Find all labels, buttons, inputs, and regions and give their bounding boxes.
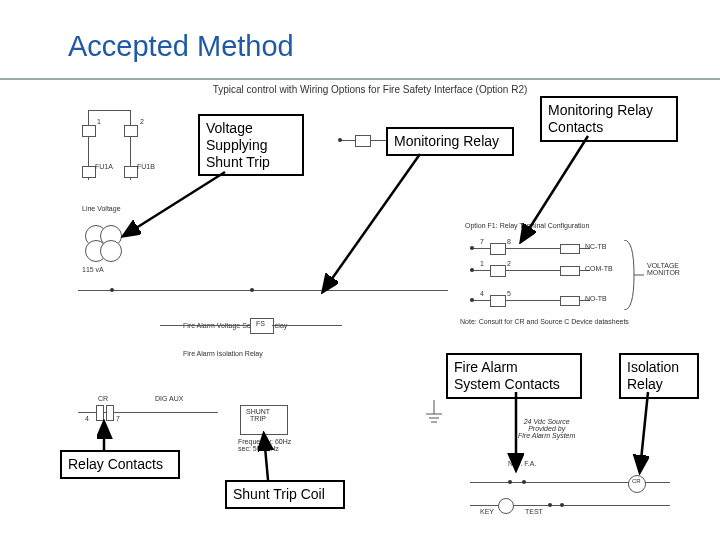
svg-line-4 — [125, 172, 225, 235]
svg-line-8 — [640, 392, 648, 470]
svg-line-5 — [324, 154, 420, 290]
svg-line-10 — [264, 436, 268, 480]
arrows-layer — [0, 0, 720, 540]
svg-line-6 — [522, 136, 588, 240]
